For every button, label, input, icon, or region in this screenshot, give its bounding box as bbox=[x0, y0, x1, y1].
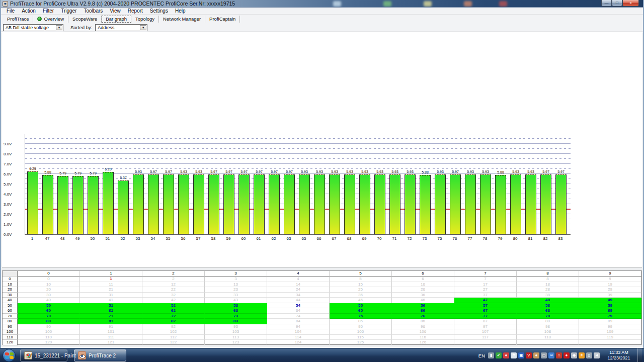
bar-station-76[interactable] bbox=[450, 174, 461, 234]
bar-station-83[interactable] bbox=[555, 174, 567, 234]
livelist-cell-50[interactable]: 50 bbox=[18, 303, 80, 309]
livelist-cell-14[interactable]: 14 bbox=[267, 282, 330, 288]
livelist-cell-27[interactable]: 27 bbox=[454, 287, 517, 293]
phone-icon[interactable]: ▯ bbox=[586, 352, 592, 358]
livelist-cell-71[interactable]: 71 bbox=[80, 314, 142, 319]
livelist-cell-92[interactable]: 92 bbox=[142, 324, 205, 330]
livelist-cell-41[interactable]: 41 bbox=[80, 298, 142, 303]
livelist-cell-84[interactable]: 84 bbox=[267, 319, 330, 324]
livelist-cell-128[interactable] bbox=[517, 340, 579, 345]
bar-station-82[interactable] bbox=[540, 174, 551, 234]
livelist-cell-26[interactable]: 26 bbox=[392, 287, 454, 293]
livelist-cell-73[interactable]: 73 bbox=[205, 314, 267, 319]
livelist-cell-18[interactable]: 18 bbox=[517, 282, 579, 288]
menu-file[interactable]: File bbox=[3, 8, 18, 14]
tab-overview[interactable]: Overview bbox=[33, 16, 68, 23]
tab-topology[interactable]: Topology bbox=[131, 16, 159, 23]
bar-station-48[interactable] bbox=[57, 176, 68, 234]
livelist-cell-112[interactable]: 112 bbox=[142, 335, 205, 340]
bar-station-49[interactable] bbox=[72, 176, 84, 234]
livelist-cell-39[interactable]: 39 bbox=[579, 293, 641, 298]
menu-report[interactable]: Report bbox=[124, 8, 146, 14]
livelist-cell-23[interactable]: 23 bbox=[205, 287, 267, 293]
livelist-cell-28[interactable]: 28 bbox=[517, 287, 579, 293]
lock-icon[interactable]: ◆ bbox=[571, 352, 577, 358]
livelist-cell-21[interactable]: 21 bbox=[80, 287, 142, 293]
livelist-cell-5[interactable]: 5 bbox=[330, 277, 392, 282]
bar-station-62[interactable] bbox=[269, 174, 280, 234]
maximize-button[interactable]: □ bbox=[612, 0, 622, 7]
livelist-cell-49[interactable]: 49 bbox=[579, 298, 641, 303]
livelist-cell-93[interactable]: 93 bbox=[205, 324, 267, 330]
livelist-cell-36[interactable]: 36 bbox=[392, 293, 454, 298]
bar-station-57[interactable] bbox=[193, 174, 204, 234]
chevron-down-icon[interactable]: ▼ bbox=[56, 25, 62, 30]
bar-station-73[interactable] bbox=[420, 175, 431, 234]
livelist-cell-75[interactable]: 75 bbox=[330, 314, 392, 319]
livelist-cell-13[interactable]: 13 bbox=[205, 282, 267, 288]
livelist-cell-90[interactable]: 90 bbox=[18, 324, 80, 330]
taskbar-button-profitrace[interactable]: ProfiTrace 2 bbox=[74, 349, 126, 361]
livelist-cell-34[interactable]: 34 bbox=[267, 293, 330, 298]
livelist-cell-99[interactable]: 99 bbox=[579, 324, 641, 330]
livelist-cell-88[interactable]: 88 bbox=[517, 319, 579, 324]
livelist-cell-40[interactable]: 40 bbox=[18, 298, 80, 303]
livelist-cell-124[interactable]: 124 bbox=[267, 340, 330, 345]
livelist-cell-68[interactable]: 68 bbox=[517, 308, 579, 314]
tab-network-manager[interactable]: Network Manager bbox=[159, 16, 205, 23]
bar-station-79[interactable] bbox=[495, 175, 506, 234]
livelist-cell-126[interactable]: 126 bbox=[392, 340, 454, 345]
display-settings-icon[interactable]: ▭ bbox=[541, 352, 547, 358]
livelist-cell-94[interactable]: 94 bbox=[267, 324, 330, 330]
sync-icon[interactable]: ∞ bbox=[548, 352, 554, 358]
livelist-cell-66[interactable]: 66 bbox=[392, 308, 454, 314]
livelist-cell-54[interactable]: 54 bbox=[267, 303, 330, 309]
bar-station-53[interactable] bbox=[133, 174, 144, 234]
livelist-cell-118[interactable]: 118 bbox=[517, 335, 579, 340]
livelist-cell-70[interactable]: 70 bbox=[18, 314, 80, 319]
bar-station-61[interactable] bbox=[254, 174, 265, 234]
livelist-cell-1[interactable]: 1 bbox=[80, 277, 142, 282]
livelist-cell-101[interactable]: 101 bbox=[80, 329, 142, 335]
livelist-cell-7[interactable]: 7 bbox=[454, 277, 517, 282]
menu-action[interactable]: Action bbox=[18, 8, 39, 14]
livelist-cell-119[interactable]: 119 bbox=[579, 335, 641, 340]
bar-station-68[interactable] bbox=[344, 174, 355, 234]
bar-station-81[interactable] bbox=[525, 174, 536, 234]
alarm-icon[interactable]: ● bbox=[503, 352, 509, 358]
usb-icon[interactable]: ▮ bbox=[488, 352, 494, 358]
livelist-cell-115[interactable]: 115 bbox=[330, 335, 392, 340]
bar-station-58[interactable] bbox=[208, 174, 219, 234]
bar-station-78[interactable] bbox=[480, 174, 491, 234]
livelist-cell-58[interactable]: 58 bbox=[517, 303, 579, 309]
bar-station-56[interactable] bbox=[178, 174, 189, 234]
bar-station-75[interactable] bbox=[435, 174, 446, 234]
livelist-cell-113[interactable]: 113 bbox=[205, 335, 267, 340]
bar-station-52[interactable] bbox=[118, 180, 129, 234]
bar-station-60[interactable] bbox=[238, 174, 250, 234]
livelist-cell-37[interactable]: 37 bbox=[454, 293, 517, 298]
livelist-cell-116[interactable]: 116 bbox=[392, 335, 454, 340]
livelist-cell-76[interactable]: 76 bbox=[392, 314, 454, 319]
tab-proficaptain[interactable]: ProfiCaptain bbox=[205, 16, 240, 23]
livelist-cell-114[interactable]: 114 bbox=[267, 335, 330, 340]
menu-view[interactable]: View bbox=[106, 8, 124, 14]
livelist-cell-62[interactable]: 62 bbox=[142, 308, 205, 314]
measure-select[interactable]: AB Diff stable voltage ▼ bbox=[3, 24, 63, 31]
livelist-cell-105[interactable]: 105 bbox=[330, 329, 392, 335]
livelist-cell-45[interactable]: 45 bbox=[330, 298, 392, 303]
livelist-cell-80[interactable]: 80 bbox=[18, 319, 80, 324]
livelist-cell-96[interactable]: 96 bbox=[392, 324, 454, 330]
bar-station-70[interactable] bbox=[374, 174, 385, 234]
livelist-cell-121[interactable]: 121 bbox=[80, 340, 142, 345]
bar-station-63[interactable] bbox=[284, 174, 295, 234]
bar-station-69[interactable] bbox=[359, 174, 370, 234]
livelist-cell-32[interactable]: 32 bbox=[142, 293, 205, 298]
hid-device-icon[interactable]: ▣ bbox=[518, 352, 524, 358]
livelist-cell-8[interactable]: 8 bbox=[517, 277, 579, 282]
java-icon[interactable]: ● bbox=[533, 352, 539, 358]
livelist-cell-91[interactable]: 91 bbox=[80, 324, 142, 330]
livelist-cell-129[interactable] bbox=[579, 340, 641, 345]
livelist-cell-86[interactable]: 86 bbox=[392, 319, 454, 324]
livelist-cell-123[interactable]: 123 bbox=[205, 340, 267, 345]
